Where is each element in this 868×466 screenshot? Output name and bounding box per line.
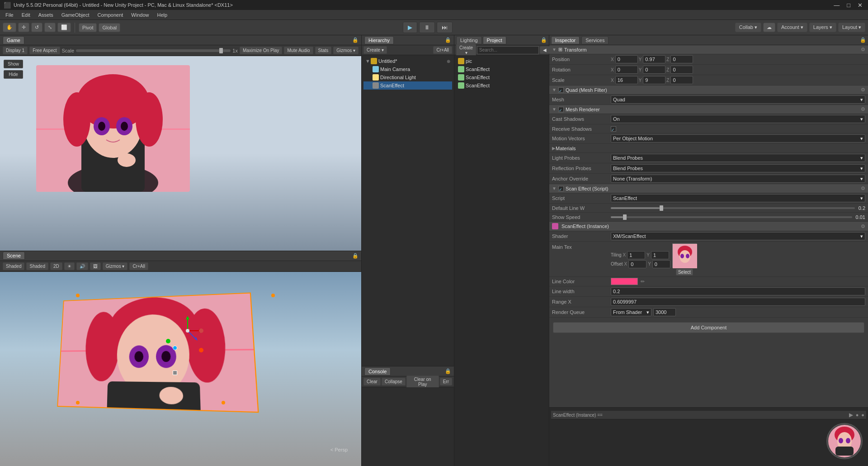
stats-btn[interactable]: Stats	[315, 47, 332, 54]
default-line-w-slider[interactable]	[611, 207, 855, 209]
collab-button[interactable]: Collab ▾	[735, 23, 761, 32]
mute-audio-btn[interactable]: Mute Audio	[284, 47, 313, 54]
scale-tool[interactable]: ⤡	[44, 23, 56, 32]
scan-effect-gear[interactable]: ⚙	[861, 185, 865, 191]
scene-light-btn[interactable]: ☀	[64, 262, 75, 270]
project-item-pic[interactable]: pic	[456, 57, 547, 65]
account-dropdown[interactable]: Account ▾	[777, 23, 807, 32]
rotation-z[interactable]	[670, 66, 693, 74]
scene-tab-lock[interactable]: 🔒	[352, 253, 359, 259]
gizmos-scene-btn[interactable]: Gizmos ▾	[103, 262, 128, 270]
mesh-filter-checkbox[interactable]	[558, 87, 564, 93]
cast-shadows-dropdown[interactable]: On ▾	[611, 115, 865, 123]
project-create-btn[interactable]: Create ▾	[456, 44, 476, 57]
aspect-dropdown[interactable]: Free Aspect	[29, 47, 60, 54]
move-handle-y[interactable]	[166, 339, 170, 343]
mesh-filter-gear[interactable]: ⚙	[861, 87, 865, 93]
scale-z[interactable]	[670, 76, 693, 84]
menu-edit[interactable]: Edit	[18, 11, 34, 19]
cloud-button[interactable]: ☁	[763, 23, 775, 32]
scene-audio-btn[interactable]: 🔊	[76, 262, 88, 270]
inspector-lock[interactable]: 🔒	[860, 37, 866, 43]
layout-dropdown[interactable]: Layout ▾	[838, 23, 865, 32]
game-tab-lock[interactable]: 🔒	[352, 37, 359, 43]
handle-tr[interactable]	[271, 294, 275, 297]
hierarchy-directional-light[interactable]: Directional Light	[363, 73, 452, 81]
offset-y[interactable]	[652, 260, 670, 268]
console-tab[interactable]: Console	[364, 367, 391, 376]
hierarchy-create-btn[interactable]: Create ▾	[363, 46, 387, 54]
hierarchy-scene-root[interactable]: ▼ Untitled* ⊕	[363, 57, 452, 65]
gizmos-game-btn[interactable]: Gizmos ▾	[333, 47, 359, 54]
console-clear-on-play-btn[interactable]: Clear on Play	[406, 376, 439, 388]
preview-thumbnail[interactable]	[826, 423, 863, 459]
preview-play-icon[interactable]: ▶	[849, 412, 853, 418]
mesh-filter-header[interactable]: ▼ Quad (Mesh Filter) ⚙	[549, 86, 868, 95]
hierarchy-options[interactable]: ⊕	[447, 59, 450, 64]
shaded2-dropdown[interactable]: Shaded	[26, 262, 48, 270]
services-tab[interactable]: Services	[581, 36, 609, 44]
hierarchy-lock[interactable]: 🔒	[445, 37, 451, 43]
project-lock[interactable]: 🔒	[541, 37, 547, 43]
move-handle-x[interactable]	[199, 348, 203, 352]
render-queue-num[interactable]	[653, 308, 676, 316]
rect-tool[interactable]: ⬜	[57, 23, 71, 32]
shaded-dropdown[interactable]: Shaded	[3, 262, 24, 270]
hierarchy-scaneffect[interactable]: ScanEffect	[363, 81, 452, 90]
menu-file[interactable]: File	[2, 11, 17, 19]
handle-br[interactable]	[222, 401, 225, 404]
position-x[interactable]	[615, 55, 638, 63]
layers-dropdown[interactable]: Layers ▾	[809, 23, 836, 32]
transform-header[interactable]: ▼ ⊞ Transform ⚙	[549, 45, 868, 54]
inspector-tab[interactable]: Inspector	[551, 36, 580, 44]
mesh-renderer-checkbox[interactable]	[558, 107, 564, 112]
render-queue-source-dropdown[interactable]: From Shader ▾	[611, 308, 651, 316]
hierarchy-main-camera[interactable]: Main Camera	[363, 65, 452, 73]
game-tab[interactable]: Game	[3, 36, 24, 44]
scale-y[interactable]	[643, 76, 665, 84]
reflection-probes-dropdown[interactable]: Blend Probes ▾	[611, 164, 865, 172]
console-lock[interactable]: 🔒	[445, 368, 451, 374]
receive-shadows-checkbox[interactable]	[611, 126, 616, 132]
handle-bl[interactable]	[76, 401, 80, 404]
menu-component[interactable]: Component	[94, 11, 127, 19]
title-bar-controls[interactable]: — □ ✕	[832, 2, 864, 9]
instance-header[interactable]: ScanEffect (Instance) ⚙	[549, 222, 868, 231]
hierarchy-search-btn[interactable]: Cr+All	[433, 46, 452, 54]
rotation-y[interactable]	[643, 66, 665, 74]
close-button[interactable]: ✕	[856, 2, 864, 9]
console-collapse-btn[interactable]: Collapse	[382, 378, 406, 385]
menu-assets[interactable]: Assets	[35, 11, 57, 19]
console-clear-btn[interactable]: Clear	[363, 378, 381, 385]
preview-dot1[interactable]: ●	[856, 412, 859, 418]
pivot-button[interactable]: Pivot	[79, 23, 97, 32]
menu-window[interactable]: Window	[127, 11, 152, 19]
scale-slider[interactable]	[76, 49, 231, 52]
scene-tab[interactable]: Scene	[3, 252, 25, 260]
scan-effect-checkbox[interactable]	[558, 186, 564, 191]
pivot-handle[interactable]	[173, 346, 177, 350]
show-speed-slider[interactable]	[611, 216, 852, 218]
line-width-input[interactable]	[611, 287, 865, 295]
2d-btn[interactable]: 2D	[50, 262, 62, 270]
mesh-renderer-header[interactable]: ▼ Mesh Renderer ⚙	[549, 105, 868, 114]
project-tab[interactable]: Project	[483, 36, 506, 44]
position-y[interactable]	[643, 55, 665, 63]
pause-button[interactable]: ⏸	[419, 22, 435, 33]
instance-gear[interactable]: ⚙	[861, 223, 865, 229]
light-probes-dropdown[interactable]: Blend Probes ▾	[611, 154, 865, 162]
scale-x[interactable]	[615, 76, 638, 84]
hand-tool[interactable]: ✋	[3, 23, 16, 32]
project-item-scaneffect-2[interactable]: ScanEffect	[456, 73, 547, 81]
offset-x[interactable]	[628, 260, 646, 268]
texture-preview[interactable]	[672, 243, 697, 268]
tiling-y[interactable]	[651, 251, 669, 259]
hide-button[interactable]: Hide	[4, 70, 23, 79]
move-tool[interactable]: ✛	[18, 23, 29, 32]
project-search-input[interactable]	[477, 46, 539, 54]
show-button[interactable]: Show	[4, 60, 23, 68]
scan-effect-header[interactable]: ▼ Scan Effect (Script) ⚙	[549, 184, 868, 193]
add-component-button[interactable]: Add Component	[553, 322, 864, 333]
scene-image-btn[interactable]: 🖼	[90, 262, 101, 270]
hierarchy-tab[interactable]: Hierarchy	[364, 36, 394, 44]
